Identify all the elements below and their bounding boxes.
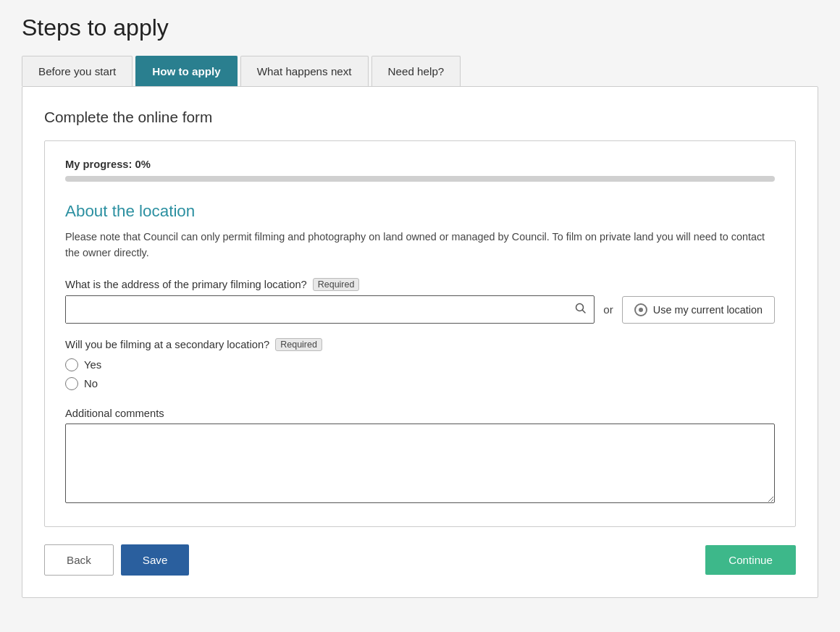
progress-bar-track (65, 176, 775, 182)
radio-no-option[interactable]: No (65, 377, 775, 390)
tab-how-to-apply[interactable]: How to apply (135, 56, 238, 86)
radio-no-label: No (84, 378, 98, 389)
location-section-title: About the location (65, 202, 775, 221)
bottom-buttons: Back Save Continue (44, 544, 796, 576)
outer-card: Complete the online form My progress: 0%… (22, 86, 818, 598)
radio-yes[interactable] (65, 358, 78, 371)
radio-yes-option[interactable]: Yes (65, 358, 775, 371)
address-input[interactable] (66, 296, 568, 323)
svg-line-1 (583, 310, 586, 313)
radio-no[interactable] (65, 377, 78, 390)
use-current-location-button[interactable]: Use my current location (622, 296, 775, 324)
radio-yes-label: Yes (84, 359, 101, 371)
tabs-nav: Before you start How to apply What happe… (22, 56, 818, 86)
secondary-location-group: Will you be filming at a secondary locat… (65, 338, 775, 390)
address-question-text: What is the address of the primary filmi… (65, 279, 307, 290)
save-button[interactable]: Save (121, 544, 190, 576)
form-section-title: Complete the online form (44, 109, 796, 126)
comments-textarea[interactable] (65, 424, 775, 503)
tab-what-happens-next[interactable]: What happens next (240, 56, 369, 86)
back-button[interactable]: Back (44, 544, 114, 576)
location-description: Please note that Council can only permit… (65, 229, 775, 261)
address-input-wrapper (65, 295, 595, 324)
continue-button[interactable]: Continue (705, 545, 796, 575)
tab-before-you-start[interactable]: Before you start (22, 56, 133, 86)
address-required-badge: Required (313, 278, 360, 291)
progress-label: My progress: 0% (65, 159, 775, 170)
search-icon (575, 303, 587, 314)
comments-label: Additional comments (65, 408, 775, 419)
or-text: or (603, 303, 613, 316)
location-icon (634, 303, 647, 316)
secondary-field-label: Will you be filming at a secondary locat… (65, 338, 775, 351)
use-location-label: Use my current location (653, 304, 763, 316)
secondary-required-badge: Required (275, 338, 322, 351)
address-field-label: What is the address of the primary filmi… (65, 278, 775, 291)
secondary-question-text: Will you be filming at a secondary locat… (65, 339, 269, 350)
tab-need-help[interactable]: Need help? (371, 56, 461, 86)
search-icon-button[interactable] (568, 297, 594, 323)
left-buttons: Back Save (44, 544, 189, 576)
inner-card: My progress: 0% About the location Pleas… (44, 140, 796, 527)
address-row: or Use my current location (65, 295, 775, 324)
page-title: Steps to apply (22, 14, 818, 41)
